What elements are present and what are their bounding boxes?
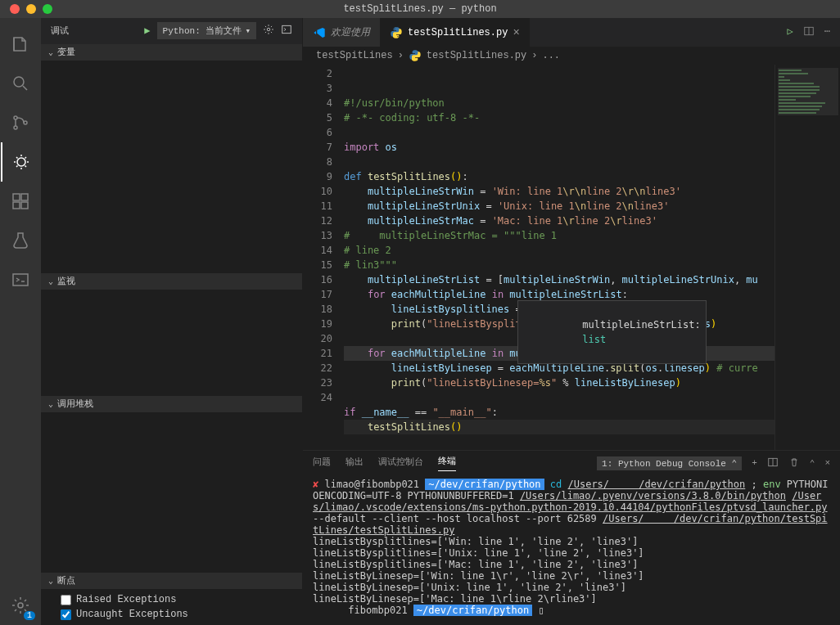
breakpoint-label: Raised Exceptions [76, 594, 176, 605]
tab-welcome[interactable]: 欢迎使用 [303, 18, 380, 47]
tab-file[interactable]: testSplitLines.py × [380, 18, 530, 47]
section-breakpoints[interactable]: ⌄ 断点 [41, 573, 302, 589]
svg-point-2 [14, 126, 17, 129]
code-content[interactable]: #!/usr/bin/python# -*- coding: utf-8 -*-… [344, 65, 775, 450]
hover-tooltip: multipleLineStrList: list [517, 300, 707, 364]
sidebar-header: 调试 ▶ Python: 当前文件 ▾ [41, 18, 302, 44]
titlebar: testSplitLines.py — python [0, 0, 840, 18]
panel-tabs: 问题 输出 调试控制台 终端 1: Python Debug Console ⌃… [303, 451, 840, 475]
debug-config-label: Python: 当前文件 [163, 25, 242, 37]
debug-config-selector[interactable]: Python: 当前文件 ▾ [157, 22, 256, 39]
sidebar-title: 调试 [51, 25, 69, 37]
settings-gear-icon[interactable]: 1 [1, 586, 40, 625]
maximize-panel-icon[interactable]: ⌃ [810, 458, 815, 469]
breadcrumb[interactable]: testSpitLines › testSplitLines.py › ... [303, 47, 840, 65]
vscode-icon [313, 26, 326, 39]
debug-console-icon[interactable] [281, 24, 292, 38]
panel-tab-terminal[interactable]: 终端 [438, 455, 456, 471]
activity-bar: 1 [0, 18, 41, 625]
breakpoint-label: Uncaught Exceptions [76, 609, 188, 620]
panel-tab-output[interactable]: 输出 [345, 456, 364, 471]
section-breakpoints-label: 断点 [57, 574, 75, 587]
tooltip-type: list [582, 334, 606, 345]
maximize-window-button[interactable] [43, 4, 52, 14]
section-variables[interactable]: ⌄ 变量 [41, 44, 302, 61]
python-file-icon [390, 26, 403, 39]
new-terminal-icon[interactable]: + [752, 458, 757, 468]
close-window-button[interactable] [10, 4, 20, 14]
debug-sidebar: 调试 ▶ Python: 当前文件 ▾ ⌄ 变量 ⌄ 监视 [41, 18, 303, 625]
search-icon[interactable] [1, 64, 40, 103]
svg-rect-6 [21, 194, 28, 200]
python-file-icon [409, 49, 422, 62]
line-number-gutter: 23456789101112131415161718192021222324 [303, 65, 344, 450]
chevron-down-icon: ⌄ [44, 47, 57, 57]
minimap[interactable] [775, 65, 840, 450]
chevron-right-icon: › [531, 50, 537, 61]
editor-area: 欢迎使用 testSplitLines.py × ▷ ⋯ testSpitLin… [303, 18, 840, 625]
window-title: testSplitLines.py — python [343, 3, 496, 15]
test-icon[interactable] [1, 221, 40, 260]
chevron-down-icon: ⌄ [44, 277, 57, 286]
breadcrumb-more: ... [542, 50, 560, 61]
section-variables-label: 变量 [57, 46, 75, 58]
svg-point-0 [14, 77, 24, 87]
chevron-down-icon: ⌄ [44, 399, 57, 409]
split-terminal-icon[interactable] [767, 456, 779, 470]
minimap-lines [779, 70, 837, 115]
close-tab-icon[interactable]: × [513, 26, 519, 39]
window-controls [0, 4, 52, 14]
tab-file-label: testSplitLines.py [408, 27, 508, 38]
svg-point-10 [18, 603, 23, 608]
chevron-right-icon: › [398, 50, 404, 61]
close-panel-icon[interactable]: × [824, 458, 830, 468]
breakpoint-item[interactable]: Raised Exceptions [41, 592, 302, 607]
section-watch-label: 监视 [57, 275, 75, 287]
svg-rect-7 [13, 202, 20, 209]
svg-rect-12 [282, 25, 291, 33]
terminal-selector-label: 1: Python Debug Console [602, 459, 726, 469]
run-file-button[interactable]: ▷ [788, 25, 793, 40]
terminal-shortcut-icon[interactable] [1, 260, 40, 299]
section-callstack[interactable]: ⌄ 调用堆栈 [41, 396, 302, 412]
panel-tab-problems[interactable]: 问题 [313, 456, 331, 471]
start-debug-button[interactable]: ▶ [144, 25, 150, 37]
svg-rect-5 [13, 194, 20, 200]
svg-point-1 [14, 116, 17, 119]
debug-icon[interactable] [1, 142, 40, 182]
svg-rect-9 [13, 274, 28, 286]
terminal-selector[interactable]: 1: Python Debug Console ⌃ [597, 456, 742, 470]
terminal-content[interactable]: ✘ limao@fibombp021 ~/dev/crifan/python c… [303, 475, 840, 625]
section-callstack-label: 调用堆栈 [57, 398, 93, 410]
bottom-panel: 问题 输出 调试控制台 终端 1: Python Debug Console ⌃… [303, 450, 840, 625]
source-control-icon[interactable] [1, 103, 40, 142]
editor-tabs: 欢迎使用 testSplitLines.py × ▷ ⋯ [303, 18, 840, 47]
more-icon[interactable]: ⋯ [824, 25, 830, 40]
breakpoints-body: Raised Exceptions Uncaught Exceptions [41, 589, 302, 625]
minimize-window-button[interactable] [26, 4, 36, 14]
explorer-icon[interactable] [1, 25, 40, 64]
watch-body [41, 290, 302, 396]
tooltip-var: multipleLineStrList: [582, 319, 701, 330]
gear-icon[interactable] [263, 24, 274, 38]
section-watch[interactable]: ⌄ 监视 [41, 273, 302, 290]
extensions-icon[interactable] [1, 182, 40, 221]
panel-tab-debug[interactable]: 调试控制台 [378, 456, 423, 471]
chevron-down-icon: ⌄ [44, 576, 57, 586]
svg-point-4 [17, 158, 25, 166]
svg-rect-8 [21, 202, 28, 209]
split-editor-icon[interactable] [803, 25, 815, 40]
kill-terminal-icon[interactable] [788, 456, 800, 470]
breakpoint-checkbox[interactable] [61, 609, 71, 620]
chevron-down-icon: ▾ [245, 25, 251, 36]
breakpoint-item[interactable]: Uncaught Exceptions [41, 607, 302, 622]
settings-badge: 1 [24, 611, 35, 620]
callstack-body [41, 412, 302, 573]
breadcrumb-folder: testSpitLines [316, 50, 393, 61]
tab-welcome-label: 欢迎使用 [331, 25, 370, 39]
variables-body [41, 61, 302, 273]
editor-body[interactable]: 23456789101112131415161718192021222324 #… [303, 65, 840, 450]
breadcrumb-file: testSplitLines.py [427, 50, 526, 61]
breakpoint-checkbox[interactable] [61, 595, 71, 605]
svg-point-11 [267, 28, 270, 31]
